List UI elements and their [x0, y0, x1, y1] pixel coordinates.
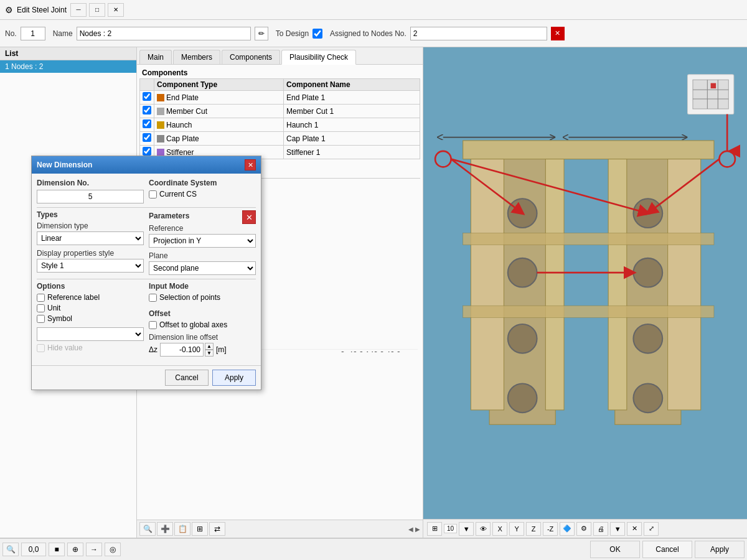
input-mode-header: Input Mode: [149, 282, 256, 291]
delta-z-unit: [m]: [216, 345, 227, 354]
spinner-down-button[interactable]: ▼: [205, 350, 214, 357]
new-dimension-dialog: New Dimension ✕ Dimension No. Coordinate…: [31, 156, 261, 390]
symbol-checkbox[interactable]: [37, 315, 45, 323]
reference-select[interactable]: Projection in Y Projection in X Projecti…: [149, 234, 256, 248]
spinner-up-button[interactable]: ▲: [205, 343, 214, 350]
dim-line-offset-label: Dimension line offset: [149, 333, 256, 342]
current-cs-row: Current CS: [149, 190, 256, 198]
offset-global-label: Offset to global axes: [159, 320, 227, 329]
divider-2: [37, 279, 256, 279]
dim-type-label: Dimension type: [37, 222, 144, 230]
symbol-select[interactable]: [37, 327, 144, 341]
options-section: Options Reference label Unit Symbol: [37, 282, 144, 357]
offset-global-row: Offset to global axes: [149, 320, 256, 329]
types-section: Types Dimension type Linear Angular Radi…: [37, 210, 144, 275]
selection-points-label: Selection of points: [159, 293, 220, 302]
reference-label: Reference: [149, 224, 256, 233]
dim-no-input[interactable]: [37, 190, 144, 203]
dialog-cancel-button[interactable]: Cancel: [165, 370, 209, 386]
coord-system-header: Coordinate System: [149, 179, 256, 187]
hide-value-row: Hide value: [37, 343, 144, 352]
dialog-body: Dimension No. Coordinate System Current …: [32, 174, 261, 365]
coord-system-section: Coordinate System Current CS: [149, 179, 256, 203]
input-mode-section: Input Mode Selection of points Offset Of…: [149, 282, 256, 357]
ref-label-checkbox[interactable]: [37, 294, 45, 302]
dialog-apply-button[interactable]: Apply: [212, 370, 256, 386]
delta-z-spinner: ▲ ▼: [160, 343, 214, 357]
dialog-row-3: Options Reference label Unit Symbol: [37, 282, 256, 357]
parameters-header: Parameters: [149, 212, 189, 220]
ref-label-text: Reference label: [47, 293, 100, 302]
dialog-footer: Cancel Apply: [32, 365, 261, 390]
dialog-header: New Dimension ✕: [32, 156, 261, 174]
dim-no-header: Dimension No.: [37, 179, 144, 187]
delta-z-input[interactable]: [160, 343, 204, 357]
hide-value-label: Hide value: [47, 343, 83, 352]
offset-header: Offset: [149, 309, 256, 318]
current-cs-checkbox[interactable]: [149, 190, 157, 198]
selection-points-checkbox[interactable]: [149, 294, 157, 302]
display-style-label: Display properties style: [37, 249, 144, 258]
dim-no-section: Dimension No.: [37, 179, 144, 203]
parameters-section: Parameters ✕ Reference Projection in Y P…: [149, 210, 256, 275]
divider-1: [37, 207, 256, 208]
delete-button[interactable]: ✕: [242, 210, 256, 224]
dialog-overlay: New Dimension ✕ Dimension No. Coordinate…: [0, 0, 747, 560]
dim-type-select[interactable]: Linear Angular Radial: [37, 231, 144, 245]
plane-select[interactable]: First plane Second plane: [149, 261, 256, 275]
plane-label: Plane: [149, 251, 256, 260]
offset-global-checkbox[interactable]: [149, 321, 157, 329]
options-header: Options: [37, 282, 144, 291]
hide-value-checkbox[interactable]: [37, 344, 45, 352]
symbol-label: Symbol: [47, 314, 72, 323]
current-cs-label: Current CS: [159, 190, 197, 198]
dialog-row-1: Dimension No. Coordinate System Current …: [37, 179, 256, 203]
dialog-row-2: Types Dimension type Linear Angular Radi…: [37, 210, 256, 275]
delta-z-label: Δz: [149, 345, 157, 354]
unit-label: Unit: [47, 304, 60, 312]
unit-row: Unit: [37, 304, 144, 312]
ref-label-row: Reference label: [37, 293, 144, 302]
selection-points-row: Selection of points: [149, 293, 256, 302]
types-header: Types: [37, 210, 144, 219]
dialog-close-button[interactable]: ✕: [245, 159, 256, 170]
display-style-select[interactable]: Style 1 Style 2: [37, 259, 144, 273]
unit-checkbox[interactable]: [37, 304, 45, 312]
symbol-row: Symbol: [37, 314, 144, 323]
dialog-title: New Dimension: [37, 161, 92, 169]
